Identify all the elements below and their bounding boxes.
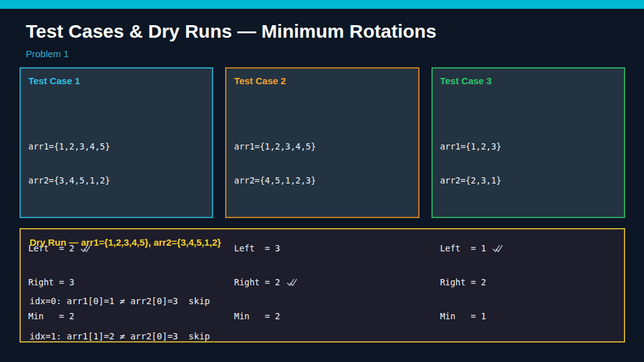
problem-label: Problem 1 bbox=[26, 48, 644, 60]
test-case-1-code: arr1={1,2,3,4,5} arr2={3,4,5,1,2} Left =… bbox=[28, 118, 204, 344]
arr1-value: arr1={1,2,3} bbox=[440, 141, 502, 151]
result-right: Right = 2 bbox=[234, 277, 285, 287]
code-line: arr2={3,4,5,1,2} bbox=[28, 175, 204, 186]
result-left: Left = 1 bbox=[440, 243, 491, 253]
test-case-3-card: Test Case 3 arr1={1,2,3} arr2={2,3,1} Le… bbox=[431, 67, 625, 218]
code-line: arr1={1,2,3} bbox=[440, 141, 616, 152]
test-case-3-code: arr1={1,2,3} arr2={2,3,1} Left = 1 Right… bbox=[440, 118, 616, 344]
blank-line bbox=[28, 209, 204, 220]
dry-run-step: idx=1: arr1[1]=2 ≠ arr2[0]=3 skip bbox=[30, 331, 210, 341]
code-line: arr1={1,2,3,4,5} bbox=[234, 141, 410, 152]
code-line: arr1={1,2,3,4,5} bbox=[28, 141, 204, 152]
result-left: Left = 3 bbox=[234, 243, 280, 253]
code-line: Min = 1 bbox=[440, 310, 616, 322]
double-check-icon bbox=[492, 244, 502, 253]
test-case-2-title: Test Case 2 bbox=[234, 75, 410, 87]
code-line: arr2={4,5,1,2,3} bbox=[234, 175, 410, 186]
blank-line bbox=[234, 209, 410, 220]
arr1-value: arr1={1,2,3,4,5} bbox=[28, 141, 110, 151]
code-line: arr2={2,3,1} bbox=[440, 175, 616, 186]
arr1-value: arr1={1,2,3,4,5} bbox=[234, 141, 316, 151]
code-line: Right = 2 bbox=[234, 277, 410, 288]
arr2-value: arr2={2,3,1} bbox=[440, 175, 502, 185]
test-case-3-title: Test Case 3 bbox=[440, 75, 616, 87]
code-line: Min = 2 bbox=[234, 310, 410, 322]
arr2-value: arr2={4,5,1,2,3} bbox=[234, 175, 316, 185]
test-case-1-title: Test Case 1 bbox=[28, 75, 204, 87]
code-line: Left = 3 bbox=[234, 243, 410, 254]
slide-title: Test Cases & Dry Runs — Minimum Rotation… bbox=[26, 21, 644, 42]
result-min: Min = 1 bbox=[440, 311, 486, 321]
test-cases-row: Test Case 1 arr1={1,2,3,4,5} arr2={3,4,5… bbox=[19, 67, 625, 218]
double-check-icon bbox=[287, 278, 297, 287]
test-case-2-card: Test Case 2 arr1={1,2,3,4,5} arr2={4,5,1… bbox=[225, 67, 419, 218]
slide: Test Cases & Dry Runs — Minimum Rotation… bbox=[0, 0, 644, 362]
blank-line bbox=[440, 209, 616, 220]
result-min: Min = 2 bbox=[234, 311, 280, 321]
arr2-value: arr2={3,4,5,1,2} bbox=[28, 175, 110, 185]
result-right: Right = 2 bbox=[440, 277, 486, 287]
test-case-1-card: Test Case 1 arr1={1,2,3,4,5} arr2={3,4,5… bbox=[19, 67, 213, 218]
test-case-2-code: arr1={1,2,3,4,5} arr2={4,5,1,2,3} Left =… bbox=[234, 118, 410, 344]
dry-run-step: idx=0: arr1[0]=1 ≠ arr2[0]=3 skip bbox=[30, 296, 210, 306]
code-line: Right = 2 bbox=[440, 277, 616, 288]
top-accent-bar bbox=[0, 0, 644, 9]
code-line: Left = 1 bbox=[440, 243, 616, 254]
